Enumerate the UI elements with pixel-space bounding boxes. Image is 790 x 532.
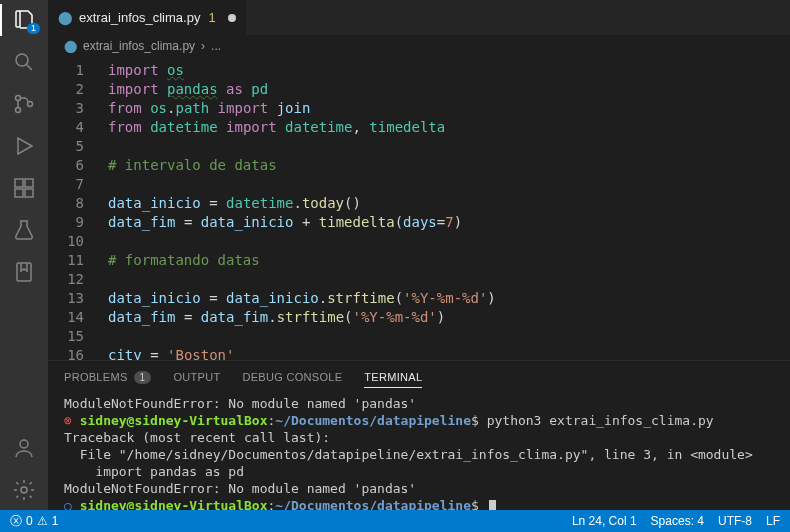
settings-gear-icon[interactable] <box>12 478 36 502</box>
editor-tab[interactable]: ⬤ extrai_infos_clima.py 1 <box>48 0 247 35</box>
status-spaces[interactable]: Spaces: 4 <box>651 514 704 528</box>
explorer-badge: 1 <box>27 23 40 34</box>
python-file-icon: ⬤ <box>58 10 73 25</box>
problems-badge: 1 <box>134 371 152 384</box>
python-file-icon: ⬤ <box>64 39 77 53</box>
terminal-cursor <box>489 500 496 511</box>
tab-output[interactable]: OUTPUT <box>173 371 220 383</box>
svg-rect-5 <box>15 189 23 197</box>
svg-point-1 <box>16 96 21 101</box>
svg-rect-4 <box>15 179 23 187</box>
terminal[interactable]: ModuleNotFoundError: No module named 'pa… <box>48 393 790 510</box>
minimap[interactable] <box>762 57 790 360</box>
source-control-icon[interactable] <box>12 92 36 116</box>
explorer-icon[interactable]: 1 <box>12 8 36 32</box>
tab-terminal[interactable]: TERMINAL <box>364 371 422 388</box>
bottom-panel: PROBLEMS 1 OUTPUT DEBUG CONSOLE TERMINAL… <box>48 360 790 510</box>
testing-icon[interactable] <box>12 218 36 242</box>
extensions-icon[interactable] <box>12 176 36 200</box>
tab-bar: ⬤ extrai_infos_clima.py 1 <box>48 0 790 35</box>
svg-rect-6 <box>25 189 33 197</box>
svg-point-2 <box>16 108 21 113</box>
error-icon: ⓧ <box>10 513 22 530</box>
status-line-col[interactable]: Ln 24, Col 1 <box>572 514 637 528</box>
status-encoding[interactable]: UTF-8 <box>718 514 752 528</box>
line-number-gutter: 1 2 3 4 5 6 7 8 9 10 11 12 13 14 15 16 <box>48 57 96 360</box>
breadcrumb-file: extrai_infos_clima.py <box>83 39 195 53</box>
bookmarks-icon[interactable] <box>12 260 36 284</box>
search-icon[interactable] <box>12 50 36 74</box>
tab-filename: extrai_infos_clima.py <box>79 10 200 25</box>
accounts-icon[interactable] <box>12 436 36 460</box>
svg-rect-8 <box>17 263 31 281</box>
status-bar: ⓧ0 ⚠1 Ln 24, Col 1 Spaces: 4 UTF-8 LF <box>0 510 790 532</box>
breadcrumb[interactable]: ⬤ extrai_infos_clima.py › ... <box>48 35 790 57</box>
dirty-indicator-icon <box>228 14 236 22</box>
breadcrumb-more: ... <box>211 39 221 53</box>
svg-point-9 <box>20 440 28 448</box>
svg-rect-7 <box>25 179 33 187</box>
status-errors[interactable]: ⓧ0 ⚠1 <box>10 513 58 530</box>
status-eol[interactable]: LF <box>766 514 780 528</box>
svg-point-0 <box>16 54 28 66</box>
error-icon: ⊗ <box>64 413 80 428</box>
code-editor[interactable]: 1 2 3 4 5 6 7 8 9 10 11 12 13 14 15 16 i… <box>48 57 790 360</box>
chevron-right-icon: › <box>201 39 205 53</box>
tab-problems[interactable]: PROBLEMS 1 <box>64 371 151 384</box>
panel-tabs: PROBLEMS 1 OUTPUT DEBUG CONSOLE TERMINAL <box>48 361 790 393</box>
svg-point-10 <box>21 487 27 493</box>
svg-point-3 <box>28 102 33 107</box>
activity-bar: 1 <box>0 0 48 510</box>
tab-debug-console[interactable]: DEBUG CONSOLE <box>242 371 342 383</box>
run-debug-icon[interactable] <box>12 134 36 158</box>
warning-icon: ⚠ <box>37 514 48 528</box>
code-content[interactable]: import os import pandas as pd from os.pa… <box>96 57 762 360</box>
tab-mod-count: 1 <box>208 10 215 25</box>
